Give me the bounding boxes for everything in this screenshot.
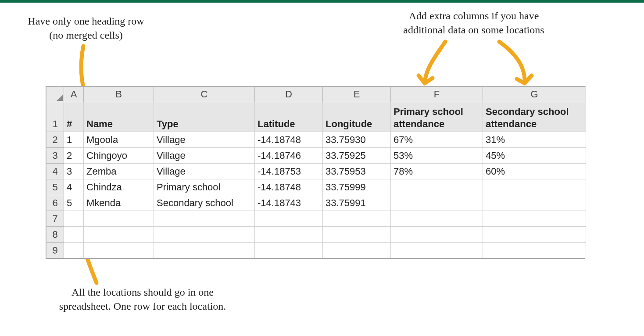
cell[interactable] (483, 195, 586, 211)
cell[interactable]: Chingoyo (84, 148, 154, 164)
col-header-e[interactable]: E (323, 87, 391, 102)
cell[interactable]: 45% (483, 148, 586, 164)
cell[interactable]: 78% (391, 164, 483, 179)
cell[interactable]: 1 (64, 132, 84, 148)
cell[interactable] (483, 243, 586, 258)
cell[interactable] (255, 227, 323, 243)
annotation-text: Add extra columns if you haveadditional … (403, 10, 544, 36)
cell[interactable] (323, 227, 391, 243)
cell[interactable] (323, 211, 391, 227)
cell[interactable]: 2 (64, 148, 84, 164)
col-header-f[interactable]: F (391, 87, 483, 102)
cell[interactable] (84, 243, 154, 258)
col-header-b[interactable]: B (84, 87, 154, 102)
cell[interactable] (64, 243, 84, 258)
annotation-extra-columns: Add extra columns if you haveadditional … (382, 9, 566, 37)
cell[interactable]: 3 (64, 164, 84, 179)
cell[interactable]: 33.75953 (323, 164, 391, 179)
cell[interactable]: Mgoola (84, 132, 154, 148)
cell[interactable]: 33.75925 (323, 148, 391, 164)
cell[interactable]: Zemba (84, 164, 154, 179)
cell[interactable] (255, 211, 323, 227)
cell[interactable]: 60% (483, 164, 586, 179)
annotation-text: All the locations should go in onespread… (59, 286, 226, 312)
table-row: 6 5 Mkenda Secondary school -14.18743 33… (47, 195, 586, 211)
cell-c1[interactable]: Type (154, 102, 255, 132)
cell[interactable]: -14.18753 (255, 164, 323, 179)
cell[interactable] (391, 227, 483, 243)
cell[interactable] (391, 195, 483, 211)
table-row: 2 1 Mgoola Village -14.18748 33.75930 67… (47, 132, 586, 148)
cell[interactable]: 33.75999 (323, 179, 391, 195)
cell[interactable]: 33.75930 (323, 132, 391, 148)
cell[interactable]: Secondary school (154, 195, 255, 211)
row-header-7[interactable]: 7 (47, 211, 64, 227)
col-header-d[interactable]: D (255, 87, 323, 102)
annotation-heading-row: Have only one heading row(no merged cell… (16, 14, 156, 43)
select-all-corner[interactable] (47, 87, 64, 102)
cell[interactable] (255, 243, 323, 258)
cell[interactable] (483, 227, 586, 243)
row-header-8[interactable]: 8 (47, 227, 64, 243)
cell[interactable]: 31% (483, 132, 586, 148)
column-letter-row: A B C D E F G (47, 87, 586, 102)
col-header-c[interactable]: C (154, 87, 255, 102)
row-header-5[interactable]: 5 (47, 179, 64, 195)
annotation-text: Have only one heading row(no merged cell… (28, 15, 144, 41)
cell[interactable] (64, 211, 84, 227)
row-header-9[interactable]: 9 (47, 243, 64, 258)
cell[interactable]: -14.18746 (255, 148, 323, 164)
cell[interactable]: 4 (64, 179, 84, 195)
cell[interactable] (64, 227, 84, 243)
top-accent-bar (0, 0, 644, 3)
row-header-2[interactable]: 2 (47, 132, 64, 148)
cell[interactable] (323, 243, 391, 258)
cell[interactable] (84, 227, 154, 243)
row-header-3[interactable]: 3 (47, 148, 64, 164)
cell[interactable] (391, 211, 483, 227)
cell[interactable]: 53% (391, 148, 483, 164)
cell[interactable] (154, 243, 255, 258)
cell[interactable] (483, 179, 586, 195)
cell[interactable]: Mkenda (84, 195, 154, 211)
cell[interactable]: Village (154, 132, 255, 148)
spreadsheet-table: A B C D E F G 1 # Name Type Latitude Lon… (46, 86, 586, 258)
row-header-6[interactable]: 6 (47, 195, 64, 211)
table-row: 5 4 Chindza Primary school -14.18748 33.… (47, 179, 586, 195)
cell[interactable]: Primary school (154, 179, 255, 195)
cell[interactable] (84, 211, 154, 227)
table-row: 9 (47, 243, 586, 258)
table-row: 7 (47, 211, 586, 227)
cell[interactable] (483, 211, 586, 227)
arrow-to-col-g (490, 39, 539, 92)
cell[interactable] (391, 243, 483, 258)
header-row: 1 # Name Type Latitude Longitude Primary… (47, 102, 586, 132)
cell[interactable]: Chindza (84, 179, 154, 195)
table-row: 8 (47, 227, 586, 243)
cell-g1[interactable]: Secondary school attendance (483, 102, 586, 132)
cell-b1[interactable]: Name (84, 102, 154, 132)
cell[interactable]: 5 (64, 195, 84, 211)
cell[interactable] (391, 179, 483, 195)
cell[interactable]: -14.18748 (255, 132, 323, 148)
cell-a1[interactable]: # (64, 102, 84, 132)
cell-d1[interactable]: Latitude (255, 102, 323, 132)
col-header-a[interactable]: A (64, 87, 84, 102)
cell-f1[interactable]: Primary school attendance (391, 102, 483, 132)
cell[interactable]: 67% (391, 132, 483, 148)
cell[interactable]: -14.18743 (255, 195, 323, 211)
cell[interactable]: -14.18748 (255, 179, 323, 195)
spreadsheet: A B C D E F G 1 # Name Type Latitude Lon… (46, 86, 585, 259)
col-header-g[interactable]: G (483, 87, 586, 102)
table-row: 3 2 Chingoyo Village -14.18746 33.75925 … (47, 148, 586, 164)
arrow-to-col-f (412, 39, 452, 92)
cell[interactable]: 33.75991 (323, 195, 391, 211)
cell[interactable] (154, 211, 255, 227)
cell-e1[interactable]: Longitude (323, 102, 391, 132)
cell[interactable]: Village (154, 164, 255, 179)
cell[interactable]: Village (154, 148, 255, 164)
row-header-1[interactable]: 1 (47, 102, 64, 132)
cell[interactable] (154, 227, 255, 243)
row-header-4[interactable]: 4 (47, 164, 64, 179)
table-row: 4 3 Zemba Village -14.18753 33.75953 78%… (47, 164, 586, 179)
